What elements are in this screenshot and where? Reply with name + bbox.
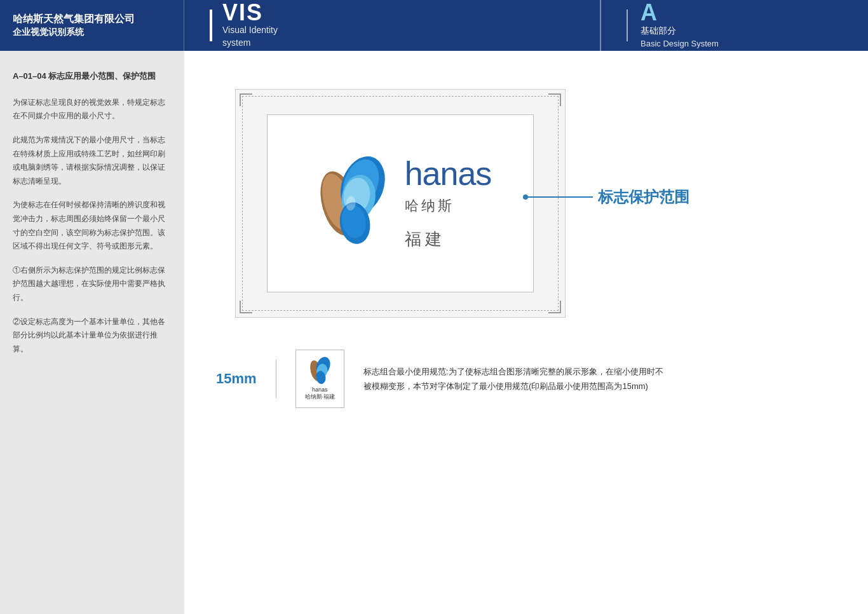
- sidebar: A–01–04 标志应用最小范围、保护范围 为保证标志呈现良好的视觉效果，特规定…: [0, 51, 184, 614]
- sidebar-body2: 此规范为常规情况下的最小使用尺寸，当标志在特殊材质上应用或特殊工艺时，如丝网印刷…: [13, 133, 172, 188]
- vis-subtitle2: system: [222, 37, 278, 50]
- bottom-section: 15mm hanas 哈纳斯·福建 标志组合最小使用规范:为了使标志组合图形清晰…: [216, 350, 836, 408]
- sidebar-body1: 为保证标志呈现良好的视觉效果，特规定标志在不同媒介中应用的最小尺寸。: [13, 96, 172, 123]
- hanas-region: 福建: [405, 228, 445, 250]
- header-left: 哈纳斯天然气集团有限公司 企业视觉识别系统: [0, 0, 184, 51]
- section-info: A 基础部分 Basic Design System: [641, 1, 719, 50]
- mini-logo-brand: hanas 哈纳斯·福建: [305, 386, 336, 401]
- sidebar-body4: ①右侧所示为标志保护范围的规定比例标志保护范围越大越理想，在实际使用中需要严格执…: [13, 264, 172, 305]
- hanas-cn-name: 哈纳斯: [405, 196, 454, 215]
- logo-display-box: hanas 哈纳斯 福建: [235, 89, 566, 318]
- corner-tr: [548, 93, 561, 106]
- protection-label: 标志保护范围: [598, 187, 689, 207]
- hanas-text-area: hanas 哈纳斯 福建: [405, 157, 492, 250]
- hanas-logo-area: hanas 哈纳斯 福建: [309, 153, 492, 254]
- bottom-description: 标志组合最小使用规范:为了使标志组合图形清晰完整的展示形象，在缩小使用时不被模糊…: [363, 364, 668, 394]
- protection-annotation: 标志保护范围: [523, 187, 689, 207]
- header-center: VIS Visual Identity system: [184, 0, 601, 51]
- vis-text-group: VIS Visual Identity system: [222, 1, 278, 49]
- logo-inner-box: hanas 哈纳斯 福建: [267, 114, 534, 292]
- annotation-dot: [523, 194, 528, 200]
- vis-subtitle1: Visual Identity: [222, 24, 278, 37]
- header: 哈纳斯天然气集团有限公司 企业视觉识别系统 VIS Visual Identit…: [0, 0, 868, 51]
- system-name: 企业视觉识别系统: [13, 26, 171, 39]
- vis-bar-decoration: [210, 10, 212, 41]
- section-en: Basic Design System: [641, 38, 719, 50]
- main-content: A–01–04 标志应用最小范围、保护范围 为保证标志呈现良好的视觉效果，特规定…: [0, 51, 868, 614]
- vis-label: VIS: [222, 1, 278, 24]
- section-cn: 基础部分: [641, 24, 719, 38]
- mini-hanas-symbol-icon: [307, 357, 332, 385]
- hanas-symbol-icon: [309, 153, 392, 254]
- corner-br: [548, 301, 561, 313]
- separator-line: [276, 360, 276, 398]
- company-name: 哈纳斯天然气集团有限公司: [13, 12, 171, 26]
- sidebar-body5: ②设定标志高度为一个基本计量单位，其他各部分比例均以此基本计量单位为依据进行推算…: [13, 315, 172, 357]
- corner-tl: [240, 93, 252, 106]
- sidebar-title: A–01–04 标志应用最小范围、保护范围: [13, 70, 172, 83]
- mini-logo-box: hanas 哈纳斯·福建: [295, 350, 345, 408]
- content-area: hanas 哈纳斯 福建 标志保护范围 15mm: [184, 51, 868, 614]
- annotation-line: [523, 196, 593, 198]
- header-right: A 基础部分 Basic Design System: [601, 0, 868, 51]
- hanas-brand-name: hanas: [405, 157, 492, 190]
- section-letter: A: [641, 1, 719, 24]
- section-bar-decoration: [627, 10, 628, 41]
- corner-bl: [240, 301, 252, 313]
- size-label: 15mm: [216, 371, 257, 387]
- sidebar-body3: 为使标志在任何时候都保持清晰的辨识度和视觉冲击力，标志周围必须始终保留一个最小尺…: [13, 198, 172, 253]
